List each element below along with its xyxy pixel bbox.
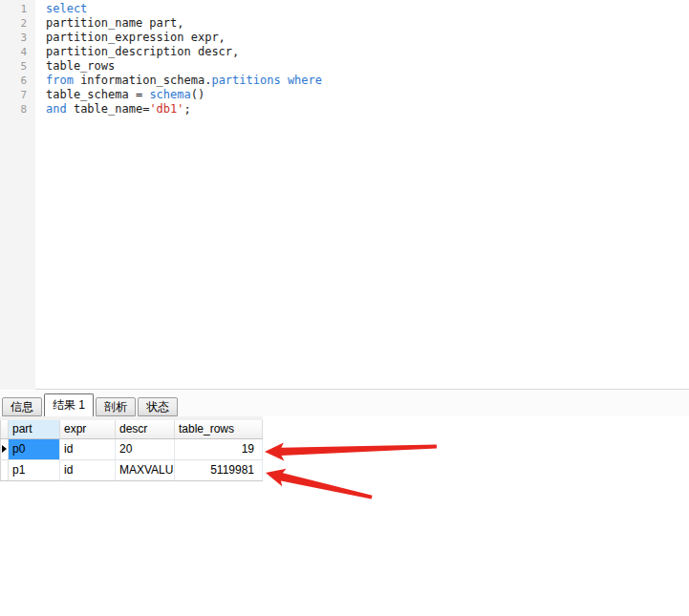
code-text: table_schema = schema() [27, 88, 205, 102]
grid-cell[interactable]: p0 [9, 438, 60, 459]
line-number: 7 [0, 88, 27, 102]
result-tabbar: 信息结果 1剖析状态 [0, 391, 689, 416]
sql-code: 1select2partition_name part,3partition_e… [0, 2, 689, 117]
column-header-expr[interactable]: expr [60, 420, 116, 438]
row-selector[interactable] [1, 438, 9, 459]
code-text: select [27, 2, 87, 16]
grid-cell[interactable]: 19 [175, 438, 263, 459]
sql-editor-pane[interactable]: 1select2partition_name part,3partition_e… [0, 0, 689, 390]
column-header-descr[interactable]: descr [116, 420, 175, 438]
tab-status[interactable]: 状态 [138, 397, 178, 416]
code-text: and table_name='db1'; [27, 102, 191, 117]
table-row: p1idMAXVALU5119981 [1, 459, 263, 480]
grid-cell[interactable]: 5119981 [175, 459, 263, 480]
code-line: 5table_rows [0, 59, 689, 74]
grid-cell[interactable]: id [60, 438, 116, 459]
tab-result-1[interactable]: 结果 1 [44, 393, 94, 416]
result-grid: partexprdescrtable_rows p0id2019p1idMAXV… [0, 420, 263, 481]
current-row-marker-icon [2, 445, 7, 453]
line-number: 2 [0, 16, 27, 31]
table-row: p0id2019 [1, 438, 263, 459]
tab-profile[interactable]: 剖析 [96, 397, 136, 416]
code-text: partition_expression expr, [27, 31, 226, 45]
line-number: 4 [0, 45, 27, 59]
line-number: 3 [0, 31, 27, 45]
line-number: 1 [0, 2, 27, 16]
grid-cell[interactable]: p1 [9, 459, 60, 480]
code-text: partition_description descr, [27, 45, 239, 59]
code-line: 2partition_name part, [0, 16, 689, 31]
grid-corner[interactable] [1, 420, 9, 438]
grid-cell[interactable]: id [60, 459, 116, 480]
tab-info[interactable]: 信息 [2, 397, 42, 416]
results-pane: partexprdescrtable_rows p0id2019p1idMAXV… [0, 416, 689, 616]
code-line: 8and table_name='db1'; [0, 102, 689, 117]
code-text: from information_schema.partitions where [27, 74, 322, 88]
code-line: 7table_schema = schema() [0, 88, 689, 102]
row-selector[interactable] [1, 459, 9, 480]
line-number: 5 [0, 59, 27, 74]
code-line: 4partition_description descr, [0, 45, 689, 59]
grid-cell[interactable]: 20 [116, 438, 175, 459]
code-line: 6from information_schema.partitions wher… [0, 74, 689, 88]
grid-cell[interactable]: MAXVALU [116, 459, 175, 480]
line-number: 8 [0, 102, 27, 117]
line-number: 6 [0, 74, 27, 88]
code-line: 3partition_expression expr, [0, 31, 689, 45]
column-header-part[interactable]: part [9, 420, 60, 438]
code-line: 1select [0, 2, 689, 16]
column-header-table_rows[interactable]: table_rows [175, 420, 263, 438]
code-text: partition_name part, [27, 16, 184, 31]
code-text: table_rows [27, 59, 115, 74]
